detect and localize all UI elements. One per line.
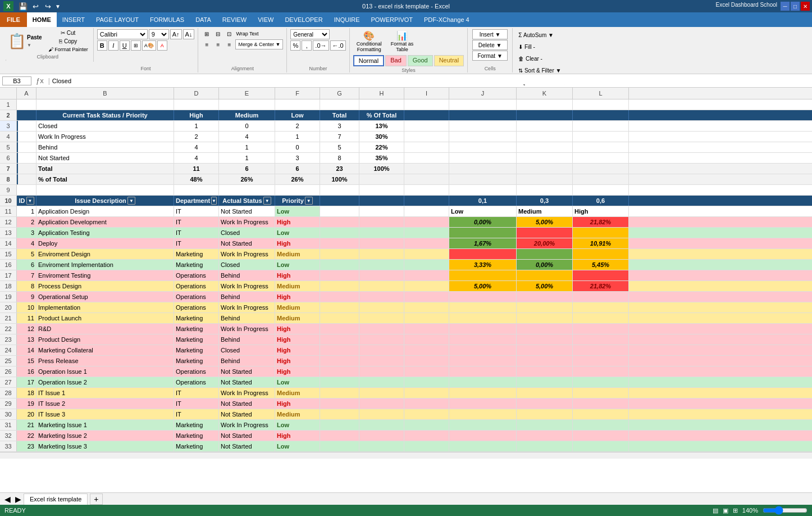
cell-i20[interactable] — [404, 302, 449, 313]
cell-g20[interactable] — [320, 302, 359, 313]
copy-button[interactable]: ⎘ Copy — [47, 38, 90, 45]
cell-pct-total[interactable]: 100% — [320, 174, 359, 184]
cell-j33[interactable] — [449, 441, 517, 451]
cell-status-6[interactable]: Closed — [219, 260, 275, 270]
cell-behind-high[interactable]: 4 — [174, 142, 219, 152]
ribbon-tab-formulas[interactable]: FORMULAS — [144, 12, 190, 27]
cell-status-9[interactable]: Behind — [219, 292, 275, 302]
cell-status-23[interactable]: Not Started — [219, 441, 275, 451]
cell-h19[interactable] — [359, 292, 404, 302]
cell-status-8[interactable]: Work In Progress — [219, 281, 275, 291]
cell-id-16[interactable]: 16 — [17, 366, 37, 377]
cell-closed-medium[interactable]: 0 — [219, 121, 275, 131]
cell-b7[interactable] — [17, 164, 37, 174]
cell-g21[interactable] — [320, 313, 359, 323]
cell-status-18[interactable]: Work In Progress — [219, 388, 275, 398]
cell-k28[interactable] — [517, 388, 573, 398]
cell-desc-15[interactable]: Press Release — [37, 356, 174, 366]
cell-j32[interactable] — [449, 431, 517, 441]
cell-desc-17[interactable]: Operation Issue 2 — [37, 377, 174, 387]
cell-dept-2[interactable]: IT — [174, 217, 219, 227]
cell-i3[interactable] — [404, 121, 449, 131]
cell-status-7[interactable]: Behind — [219, 270, 275, 280]
ribbon-tab-view[interactable]: VIEW — [252, 12, 279, 27]
cell-desc-3[interactable]: Application Testing — [37, 228, 174, 238]
cell-closed-high[interactable]: 1 — [174, 121, 219, 131]
bold-btn[interactable]: B — [97, 40, 107, 51]
cell-l24[interactable] — [573, 345, 629, 355]
number-format-select[interactable]: General — [290, 29, 330, 39]
cell-id-23[interactable]: 23 — [17, 441, 37, 451]
cell-closed-pct[interactable]: 13% — [359, 121, 404, 131]
cell-priority-9[interactable]: High — [275, 292, 320, 302]
cell-h26[interactable] — [359, 366, 404, 377]
cell-g1[interactable] — [320, 99, 359, 110]
cell-b2[interactable] — [17, 110, 37, 120]
cell-h17[interactable] — [359, 270, 404, 280]
comma-btn[interactable]: , — [302, 40, 312, 51]
cell-dept-5[interactable]: Marketing — [174, 249, 219, 259]
style-normal[interactable]: Normal — [353, 55, 384, 66]
cell-i6[interactable] — [404, 153, 449, 163]
cell-i28[interactable] — [404, 388, 449, 398]
cell-status-10[interactable]: Work In Progress — [219, 302, 275, 313]
cell-total-label[interactable]: Total — [37, 164, 174, 174]
cell-ns-pct[interactable]: 35% — [359, 153, 404, 163]
cell-header-medium[interactable]: Medium — [219, 110, 275, 120]
cell-g33[interactable] — [320, 441, 359, 451]
cell-f1[interactable] — [275, 99, 320, 110]
cell-j2[interactable] — [449, 110, 517, 120]
cell-l25[interactable] — [573, 356, 629, 366]
cell-id-12[interactable]: 12 — [17, 324, 37, 334]
style-good[interactable]: Good — [408, 55, 433, 66]
cell-i15[interactable] — [404, 249, 449, 259]
cell-dept-18[interactable]: IT — [174, 388, 219, 398]
cell-status-19[interactable]: Not Started — [219, 399, 275, 409]
cell-desc-1[interactable]: Application Design — [37, 206, 174, 216]
cell-l7[interactable] — [573, 164, 629, 174]
cell-i23[interactable] — [404, 334, 449, 345]
cell-status-14[interactable]: Closed — [219, 345, 275, 355]
cell-l31[interactable] — [573, 420, 629, 430]
percent-btn[interactable]: % — [290, 40, 300, 51]
cell-l27[interactable] — [573, 377, 629, 387]
cell-l3[interactable] — [573, 121, 629, 131]
filter-priority-icon[interactable]: ▼ — [305, 197, 313, 205]
cell-d1[interactable] — [174, 99, 219, 110]
cell-desc-16[interactable]: Operation Issue 1 — [37, 366, 174, 377]
cell-h29[interactable] — [359, 399, 404, 409]
cell-k7[interactable] — [517, 164, 573, 174]
cell-priority-16[interactable]: High — [275, 366, 320, 377]
cell-j26[interactable] — [449, 366, 517, 377]
cell-header-status[interactable]: Current Task Status / Priority — [37, 110, 174, 120]
col-header-bc[interactable]: B — [37, 88, 174, 99]
cell-l5[interactable] — [573, 142, 629, 152]
cell-desc-2[interactable]: Application Development — [37, 217, 174, 227]
format-painter-button[interactable]: 🖌 Format Painter — [47, 46, 90, 53]
col-header-j[interactable]: J — [449, 88, 517, 99]
cell-status-wip[interactable]: Work In Progress — [37, 132, 174, 142]
align-right-btn[interactable]: ≡ — [224, 40, 234, 49]
cell-i1[interactable] — [404, 99, 449, 110]
cell-total-pct[interactable]: 100% — [359, 164, 404, 174]
cell-k25[interactable] — [517, 356, 573, 366]
cell-l8[interactable] — [573, 174, 629, 184]
cell-behind-total[interactable]: 5 — [320, 142, 359, 152]
cell-dept-20[interactable]: IT — [174, 409, 219, 419]
cell-g17[interactable] — [320, 270, 359, 280]
cell-priority-12[interactable]: High — [275, 324, 320, 334]
cell-dept-17[interactable]: Operations — [174, 377, 219, 387]
cell-b4[interactable] — [17, 132, 37, 142]
cell-k5[interactable] — [517, 142, 573, 152]
close-btn[interactable]: ✕ — [801, 2, 810, 11]
cell-g23[interactable] — [320, 334, 359, 345]
cell-h21[interactable] — [359, 313, 404, 323]
cell-l19[interactable] — [573, 292, 629, 302]
cell-wip-pct[interactable]: 30% — [359, 132, 404, 142]
cell-l6[interactable] — [573, 153, 629, 163]
cell-priority-17[interactable]: Low — [275, 377, 320, 387]
filter-desc-icon[interactable]: ▼ — [127, 197, 135, 205]
cell-l32[interactable] — [573, 431, 629, 441]
cell-total-medium[interactable]: 6 — [219, 164, 275, 174]
cell-priority-4[interactable]: High — [275, 238, 320, 248]
